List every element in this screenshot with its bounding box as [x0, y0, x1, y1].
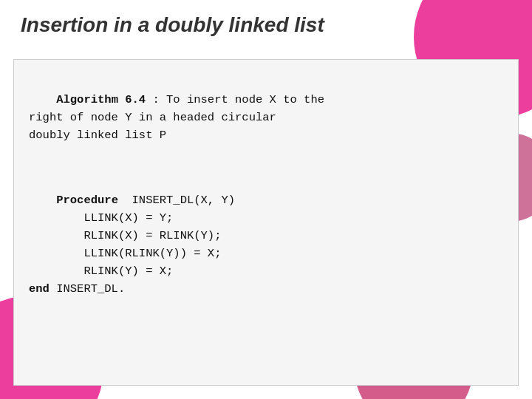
spacer — [29, 162, 503, 174]
algorithm-label: Algorithm 6.4 — [56, 93, 146, 106]
end-label: end — [29, 282, 50, 296]
procedure-line8: RLINK(Y) = X; — [29, 265, 173, 278]
procedure-line5: LLINK(X) = Y; — [29, 211, 173, 225]
procedure-label: Procedure — [56, 194, 118, 207]
algorithm-line3: doubly linked list P — [29, 129, 166, 142]
algorithm-text-block: Algorithm 6.4 : To insert node X to the … — [29, 73, 503, 162]
algorithm-line2: right of node Y in a headed circular — [29, 111, 276, 124]
algorithm-line1-rest: : To insert node X to the — [146, 93, 324, 106]
page-title: Insertion in a doubly linked list — [21, 13, 324, 37]
procedure-line7: LLINK(RLINK(Y)) = X; — [29, 247, 221, 260]
end-line-rest: INSERT_DL. — [50, 282, 125, 296]
procedure-line4-rest: INSERT_DL(X, Y) — [118, 194, 235, 207]
procedure-text-block: Procedure INSERT_DL(X, Y) LLINK(X) = Y; … — [29, 174, 503, 316]
content-box: Algorithm 6.4 : To insert node X to the … — [13, 59, 519, 386]
procedure-line6: RLINK(X) = RLINK(Y); — [29, 229, 221, 242]
